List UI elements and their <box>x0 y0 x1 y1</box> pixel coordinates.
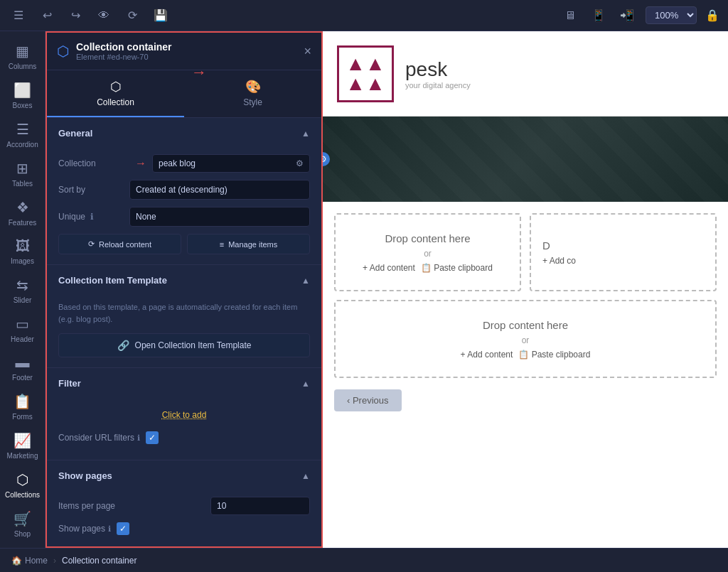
site-name: pesk <box>405 58 471 81</box>
add-content-button-3[interactable]: + Add content <box>461 350 513 360</box>
drop-zone-3[interactable]: Drop content here or + Add content 📋 Pas… <box>334 300 717 378</box>
add-content-button-1[interactable]: + Add content <box>363 263 415 273</box>
sidebar-item-collections[interactable]: ⬡ Collections <box>0 465 45 504</box>
sidebar-item-tables-label: Tables <box>12 180 33 188</box>
sidebar-item-images[interactable]: 🖼 Images <box>0 232 45 271</box>
sidebar-item-slider-label: Slider <box>14 296 32 304</box>
preview-button[interactable]: 👁 <box>94 6 114 26</box>
content-area: ▲▲▲▲ pesk your digital agency ⚙ Drop con… <box>323 31 728 548</box>
section-item-template-header[interactable]: Collection Item Template ▲ <box>47 265 321 296</box>
main-layout: ▦ Columns ⬜ Boxes ☰ Accordion ⊞ Tables ❖… <box>0 31 728 548</box>
unique-select[interactable]: None Slug Title <box>136 212 304 222</box>
sidebar-item-features[interactable]: ❖ Features <box>0 193 45 232</box>
sort-select[interactable]: Created at (descending) Created at (asce… <box>136 185 304 195</box>
site-info: pesk your digital agency <box>405 58 471 90</box>
show-pages-label: Show pages ℹ <box>58 524 111 534</box>
home-icon: 🏠 <box>11 556 22 566</box>
link-icon: 🔗 <box>117 340 129 351</box>
breadcrumb-home[interactable]: 🏠 Home <box>11 556 48 566</box>
sidebar-item-forms[interactable]: 📋 Forms <box>0 387 45 426</box>
open-template-button[interactable]: 🔗 Open Collection Item Template <box>58 333 310 357</box>
paste-clipboard-button-1[interactable]: 📋 Paste clipboard <box>421 263 493 273</box>
sidebar-item-tables[interactable]: ⊞ Tables <box>0 154 45 193</box>
sidebar-item-marketing[interactable]: 📈 Marketing <box>0 426 45 465</box>
unique-row: Unique ℹ None Slug Title <box>58 207 310 227</box>
sidebar-item-slider[interactable]: ⇆ Slider <box>0 271 45 310</box>
consider-url-row: Consider URL filters ℹ ✓ <box>58 431 310 444</box>
sidebar: ▦ Columns ⬜ Boxes ☰ Accordion ⊞ Tables ❖… <box>0 31 46 548</box>
sidebar-item-images-label: Images <box>11 257 34 265</box>
section-show-pages-header[interactable]: Show pages ▲ <box>47 460 321 491</box>
item-template-description: Based on this template, a page is automa… <box>58 301 310 325</box>
consider-url-info-icon[interactable]: ℹ <box>137 433 140 443</box>
shop-icon: 🛒 <box>14 510 31 527</box>
drop-zone-1-text: Drop content here <box>385 232 470 244</box>
sort-label: Sort by <box>58 185 129 195</box>
drop-zone-1[interactable]: Drop content here or + Add content 📋 Pas… <box>334 213 521 291</box>
image-band: ⚙ <box>323 117 728 202</box>
breadcrumb-bar: 🏠 Home › Collection container <box>0 548 728 572</box>
menu-button[interactable]: ☰ <box>9 6 28 26</box>
section-filter: Filter ▲ Click to add Consider URL filte… <box>47 368 321 460</box>
show-pages-checkbox-row: Show pages ℹ ✓ <box>58 522 310 535</box>
mobile-view-button[interactable]: 📲 <box>617 6 637 26</box>
items-per-page-input[interactable] <box>210 497 310 515</box>
sidebar-item-shop-label: Shop <box>14 530 31 538</box>
drop-zone-2-actions: + Add co <box>542 256 576 266</box>
add-content-button-2[interactable]: + Add co <box>542 256 576 266</box>
sidebar-item-accordion[interactable]: ☰ Accordion <box>0 115 45 154</box>
show-pages-info-icon[interactable]: ℹ <box>108 524 111 534</box>
save-button[interactable]: 💾 <box>151 6 171 26</box>
drop-zones-area: Drop content here or + Add content 📋 Pas… <box>323 202 728 548</box>
collection-input-wrapper[interactable]: ⚙ <box>152 154 310 173</box>
section-show-pages-body: Items per page Show pages ℹ ✓ <box>47 491 321 548</box>
collection-red-arrow: → <box>135 157 146 170</box>
tab-style[interactable]: 🎨 Style → <box>184 70 321 117</box>
previous-button[interactable]: ‹ Previous <box>334 389 402 411</box>
unique-select-wrapper[interactable]: None Slug Title <box>129 207 310 227</box>
sidebar-item-footer-label: Footer <box>12 374 33 382</box>
reload-content-button[interactable]: ⟳ Reload content <box>58 234 181 254</box>
sort-row: Sort by Created at (descending) Created … <box>58 180 310 200</box>
sidebar-item-boxes[interactable]: ⬜ Boxes <box>0 76 45 115</box>
tablet-view-button[interactable]: 📱 <box>589 6 609 26</box>
panel-close-button[interactable]: × <box>304 44 311 59</box>
collection-panel: ⬡ Collection container Element #ed-new-7… <box>46 31 323 548</box>
refresh-button[interactable]: ⟳ <box>122 6 142 26</box>
checkmark-icon: ✓ <box>149 433 156 443</box>
logo-triangles: ▲▲▲▲ <box>346 54 385 94</box>
collection-input[interactable] <box>159 158 291 168</box>
section-filter-header[interactable]: Filter ▲ <box>47 368 321 399</box>
style-tab-icon: 🎨 <box>245 79 261 95</box>
paste-clipboard-button-3[interactable]: 📋 Paste clipboard <box>518 350 590 360</box>
sidebar-item-header[interactable]: ▭ Header <box>0 310 45 349</box>
tab-collection[interactable]: ⬡ Collection <box>47 70 184 117</box>
sidebar-item-shop[interactable]: 🛒 Shop <box>0 504 45 544</box>
top-bar-right: 🖥 📱 📲 100% 75% 50% 🔒 <box>560 6 719 26</box>
section-show-pages-title: Show pages <box>58 470 112 481</box>
desktop-view-button[interactable]: 🖥 <box>560 6 580 26</box>
section-show-pages: Show pages ▲ Items per page Show pages ℹ <box>47 460 321 548</box>
consider-url-checkbox[interactable]: ✓ <box>146 431 159 444</box>
undo-button[interactable]: ↩ <box>37 6 57 26</box>
section-filter-body: Click to add Consider URL filters ℹ ✓ <box>47 399 321 460</box>
general-buttons-row: ⟳ Reload content ≡ Manage items <box>58 234 310 254</box>
sidebar-item-columns[interactable]: ▦ Columns <box>0 37 45 76</box>
collection-settings-icon[interactable]: ⚙ <box>296 158 304 168</box>
sort-select-wrapper[interactable]: Created at (descending) Created at (asce… <box>129 180 310 200</box>
style-tab-label: Style <box>243 97 262 107</box>
sidebar-item-footer[interactable]: ▬ Footer <box>0 349 45 387</box>
panel-header: ⬡ Collection container Element #ed-new-7… <box>47 33 321 70</box>
manage-items-button[interactable]: ≡ Manage items <box>187 234 310 254</box>
zoom-select[interactable]: 100% 75% 50% <box>646 6 697 24</box>
drop-zone-3-or: or <box>522 335 530 345</box>
drop-zone-2[interactable]: D + Add co <box>530 213 717 291</box>
unique-info-icon[interactable]: ℹ <box>90 212 94 222</box>
show-pages-checkbox[interactable]: ✓ <box>117 522 129 535</box>
top-bar-left: ☰ ↩ ↪ 👁 ⟳ 💾 <box>9 6 171 26</box>
marketing-icon: 📈 <box>14 432 31 449</box>
section-general-header[interactable]: General ▲ <box>47 118 321 149</box>
redo-button[interactable]: ↪ <box>65 6 85 26</box>
click-to-add-link[interactable]: Click to add <box>58 404 310 426</box>
boxes-icon: ⬜ <box>14 82 31 99</box>
